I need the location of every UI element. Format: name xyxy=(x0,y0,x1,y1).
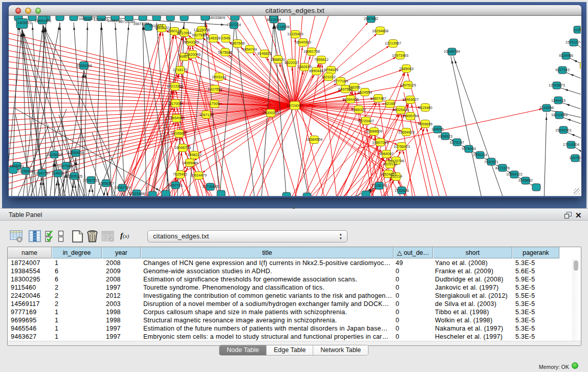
svg-text:14099489: 14099489 xyxy=(182,161,198,165)
svg-text:8427552: 8427552 xyxy=(208,87,222,92)
svg-text:16210643: 16210643 xyxy=(551,113,568,117)
svg-text:17006: 17006 xyxy=(209,101,220,106)
svg-text:2718170: 2718170 xyxy=(173,68,187,72)
svg-text:3624554: 3624554 xyxy=(358,90,372,95)
svg-text:16154838: 16154838 xyxy=(372,29,388,33)
svg-text:10807487: 10807487 xyxy=(370,96,386,101)
svg-text:3498222: 3498222 xyxy=(187,152,202,157)
svg-text:19654983: 19654983 xyxy=(168,116,185,120)
svg-text:1405572: 1405572 xyxy=(17,20,32,25)
svg-text:114519: 114519 xyxy=(52,171,63,176)
svg-text:2867608: 2867608 xyxy=(230,41,245,46)
svg-text:11156829: 11156829 xyxy=(18,169,34,173)
svg-text:10025433: 10025433 xyxy=(393,107,409,112)
svg-text:6794028: 6794028 xyxy=(324,68,338,72)
svg-text:21364436: 21364436 xyxy=(342,97,359,102)
svg-text:9457791: 9457791 xyxy=(168,183,183,188)
svg-text:20206536: 20206536 xyxy=(46,152,62,157)
svg-text:19218506: 19218506 xyxy=(273,25,290,29)
svg-text:10756923: 10756923 xyxy=(394,144,410,149)
svg-text:18807249: 18807249 xyxy=(372,140,388,145)
svg-text:99901: 99901 xyxy=(179,54,189,59)
svg-text:8912954: 8912954 xyxy=(177,31,191,35)
svg-text:8938923: 8938923 xyxy=(438,134,452,139)
svg-text:1615132: 1615132 xyxy=(383,162,397,166)
svg-text:1733426: 1733426 xyxy=(395,188,409,193)
svg-text:317006: 317006 xyxy=(169,101,182,106)
svg-text:112549: 112549 xyxy=(579,27,581,31)
svg-text:19654923: 19654923 xyxy=(398,130,415,135)
svg-text:16961758: 16961758 xyxy=(303,49,320,54)
svg-text:10653267: 10653267 xyxy=(79,16,95,21)
svg-text:7485063: 7485063 xyxy=(399,67,413,71)
svg-text:7986322: 7986322 xyxy=(352,107,366,112)
svg-text:13226058: 13226058 xyxy=(193,28,210,32)
svg-text:8813054: 8813054 xyxy=(267,17,281,22)
svg-text:1588520: 1588520 xyxy=(271,57,285,62)
svg-text:19384554: 19384554 xyxy=(306,137,322,142)
svg-text:12093873: 12093873 xyxy=(549,83,565,87)
svg-text:1315061: 1315061 xyxy=(10,164,24,168)
svg-text:9115460: 9115460 xyxy=(418,105,432,110)
svg-text:12213967: 12213967 xyxy=(385,41,401,46)
svg-text:7357224: 7357224 xyxy=(227,23,241,27)
svg-text:9777169: 9777169 xyxy=(334,79,348,83)
svg-text:9329966: 9329966 xyxy=(559,53,573,58)
svg-text:12505135: 12505135 xyxy=(66,174,82,179)
svg-text:16640910: 16640910 xyxy=(295,40,311,45)
svg-text:17359934: 17359934 xyxy=(68,150,84,155)
svg-text:2935114: 2935114 xyxy=(473,152,487,157)
svg-text:15136141: 15136141 xyxy=(371,183,387,188)
svg-text:252214: 252214 xyxy=(390,174,402,179)
svg-text:2803144: 2803144 xyxy=(212,75,226,79)
svg-text:5875685: 5875685 xyxy=(218,50,232,55)
svg-text:12975125: 12975125 xyxy=(400,83,416,87)
svg-text:3267130: 3267130 xyxy=(199,113,213,117)
svg-text:18724007: 18724007 xyxy=(287,103,303,108)
svg-text:7932621: 7932621 xyxy=(484,160,498,164)
svg-text:17957253: 17957253 xyxy=(83,178,99,183)
svg-text:9327509: 9327509 xyxy=(192,33,206,37)
svg-text:1546: 1546 xyxy=(222,36,230,40)
svg-text:6497568: 6497568 xyxy=(338,87,353,92)
svg-text:25300203: 25300203 xyxy=(263,111,279,115)
svg-text:12342757: 12342757 xyxy=(34,171,50,176)
svg-text:15720407: 15720407 xyxy=(358,119,374,123)
svg-text:6322037: 6322037 xyxy=(285,60,299,65)
svg-text:144095: 144095 xyxy=(431,127,444,132)
svg-text:1527602: 1527602 xyxy=(94,17,108,22)
svg-text:10654122: 10654122 xyxy=(506,172,522,177)
svg-text:10648784: 10648784 xyxy=(444,49,460,54)
svg-text:16046738: 16046738 xyxy=(175,145,191,150)
svg-text:9474444: 9474444 xyxy=(462,146,476,151)
svg-text:15716485: 15716485 xyxy=(202,184,219,189)
svg-text:20691406: 20691406 xyxy=(35,18,51,23)
svg-text:10973493: 10973493 xyxy=(392,53,408,58)
svg-text:10688609: 10688609 xyxy=(366,129,382,134)
svg-text:10958117: 10958117 xyxy=(98,181,114,186)
svg-text:20053346: 20053346 xyxy=(76,63,92,68)
svg-text:7625402: 7625402 xyxy=(173,172,187,177)
svg-text:10463627: 10463627 xyxy=(402,97,419,102)
svg-text:116753: 116753 xyxy=(569,156,581,160)
svg-text:4099695: 4099695 xyxy=(418,122,432,126)
svg-text:8146328: 8146328 xyxy=(206,36,221,40)
svg-text:16782759: 16782759 xyxy=(114,185,130,190)
svg-text:8990448: 8990448 xyxy=(309,69,323,73)
svg-text:17016504: 17016504 xyxy=(563,142,579,147)
svg-text:9084067: 9084067 xyxy=(379,151,394,156)
svg-text:9146821: 9146821 xyxy=(257,51,272,56)
svg-text:10975867: 10975867 xyxy=(58,164,74,168)
svg-text:2087682: 2087682 xyxy=(364,16,378,21)
svg-text:12213383: 12213383 xyxy=(167,84,183,89)
svg-text:7515524: 7515524 xyxy=(149,24,163,28)
svg-text:15751074: 15751074 xyxy=(565,40,581,45)
svg-text:16914479: 16914479 xyxy=(190,173,207,178)
svg-text:11325419: 11325419 xyxy=(287,32,303,36)
svg-text:16671355: 16671355 xyxy=(133,21,149,26)
svg-text:6379197: 6379197 xyxy=(450,140,464,145)
svg-text:8471676: 8471676 xyxy=(495,166,510,170)
svg-text:16543382: 16543382 xyxy=(183,40,199,45)
svg-text:62160: 62160 xyxy=(385,101,395,106)
svg-text:11323448: 11323448 xyxy=(128,191,144,196)
